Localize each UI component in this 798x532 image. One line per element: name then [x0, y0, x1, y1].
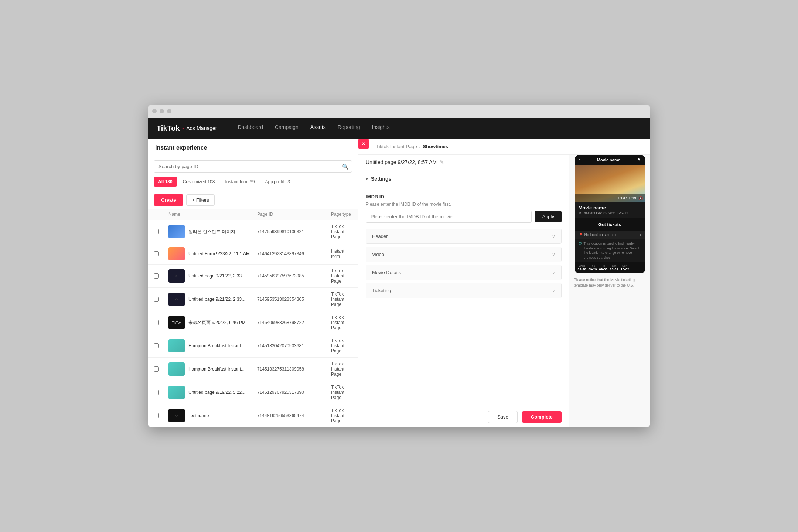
row-name: Untitled page 9/21/22, 2:33... — [188, 273, 245, 279]
tab-customized[interactable]: Customized 108 — [178, 177, 219, 187]
accordion-header: Header ∨ — [366, 229, 562, 244]
row-name: 델리폰 인스턴트 페이지 — [188, 229, 235, 235]
table-row[interactable]: Hampton Breakfast Instant... 71451332753… — [148, 358, 358, 381]
row-name: Test name — [188, 413, 209, 418]
tab-app-profile[interactable]: App profile 3 — [260, 177, 294, 187]
row-name-cell: Hampton Breakfast Instant... — [168, 339, 257, 352]
main-content: Instant experience 🔍 All 180 Customized … — [148, 139, 650, 427]
settings-label: Settings — [371, 176, 391, 182]
nav-dashboard[interactable]: Dashboard — [238, 124, 263, 132]
imdb-input[interactable] — [366, 211, 532, 223]
row-name-cell: Untitled Form 9/23/22, 11:1 AM — [168, 247, 257, 260]
date-day: Thu — [589, 264, 597, 267]
row-name: 未命名页面 9/20/22, 6:46 PM — [188, 320, 246, 326]
nav-campaign[interactable]: Campaign — [275, 124, 299, 132]
date-day: Sat — [610, 264, 618, 267]
apply-button[interactable]: Apply — [535, 211, 562, 222]
row-checkbox[interactable] — [154, 229, 159, 234]
phone-video-overlay: ⏸ 00:03 / 00:19 🔇 — [575, 194, 645, 202]
accordion-title: Movie Details — [372, 270, 401, 275]
row-checkbox[interactable] — [154, 251, 159, 256]
row-thumbnail: ⟳ — [168, 269, 185, 283]
edit-icon[interactable]: ✎ — [440, 159, 444, 165]
nav-insights[interactable]: Insights — [372, 124, 390, 132]
table-row[interactable]: ⟳ Untitled page 9/21/22, 2:33... 7145953… — [148, 288, 358, 311]
breadcrumb-current: Showtimes — [423, 144, 448, 149]
row-name: Untitled page 9/19/22, 5:22... — [188, 390, 245, 395]
location-text: No location selected — [584, 233, 639, 237]
page-title-row: Untitled page 9/27/22, 8:57 AM ✎ — [358, 155, 569, 170]
row-thumbnail — [168, 386, 185, 399]
date-num: 10-01 — [610, 267, 618, 271]
date-item[interactable]: Thu 09-29 — [589, 264, 597, 271]
phone-meta: In Theaters Dec 25, 2021 | PG-13 — [579, 211, 641, 215]
row-pagetype: TikTok Instant Page — [331, 315, 352, 330]
phone-flag-icon: ⚑ — [637, 157, 641, 163]
accordion-header-toggle[interactable]: Header ∨ — [366, 229, 561, 243]
close-button[interactable]: × — [358, 139, 369, 149]
table-row[interactable]: ⟳ Untitled page 9/21/22, 2:33... 7145956… — [148, 265, 358, 288]
progress-fill — [584, 198, 590, 198]
row-checkbox[interactable] — [154, 366, 159, 372]
search-input[interactable] — [154, 160, 352, 173]
row-checkbox[interactable] — [154, 297, 159, 302]
col-pagetype: Page type — [331, 212, 352, 217]
row-pagetype: TikTok Instant Page — [331, 408, 352, 423]
tabs-row: All 180 Customized 108 Instant form 69 A… — [148, 177, 358, 187]
phone-preview: ‹ Movie name ⚑ ⏸ 0 — [575, 155, 645, 273]
table-row[interactable]: Untitled Form 9/23/22, 11:1 AM 714641292… — [148, 243, 358, 265]
sidebar: Instant experience 🔍 All 180 Customized … — [148, 139, 358, 427]
phone-location: 📍 No location selected › — [575, 231, 645, 239]
col-check — [154, 212, 168, 217]
volume-icon: 🔇 — [638, 196, 643, 200]
col-name: Name — [168, 212, 257, 217]
date-item[interactable]: Sun 10-02 — [621, 264, 629, 271]
row-pageid: 7147559899810136321 — [257, 229, 331, 234]
nav-reporting[interactable]: Reporting — [338, 124, 360, 132]
row-thumbnail: TikTok — [168, 316, 185, 329]
row-checkbox[interactable] — [154, 390, 159, 395]
phone-video: ⏸ 00:03 / 00:19 🔇 — [575, 165, 645, 202]
row-pageid: 7145133042070503681 — [257, 343, 331, 348]
table-row[interactable]: ⟳ Test name 7144819256553865474 TikTok I… — [148, 404, 358, 427]
nav-assets[interactable]: Assets — [310, 124, 326, 132]
create-button[interactable]: Create — [154, 194, 183, 206]
date-item[interactable]: Fri 09-30 — [599, 264, 608, 271]
row-name-cell: Untitled page 9/19/22, 5:22... — [168, 386, 257, 399]
row-checkbox[interactable] — [154, 320, 159, 325]
titlebar-dot-red — [152, 109, 157, 113]
table-row[interactable]: Untitled page 9/19/22, 5:22... 714512976… — [148, 381, 358, 404]
settings-toggle[interactable]: ▾ Settings — [366, 176, 562, 182]
row-checkbox[interactable] — [154, 343, 159, 348]
row-checkbox[interactable] — [154, 413, 159, 418]
tab-all[interactable]: All 180 — [154, 177, 177, 187]
table-row[interactable]: Hampton Breakfast Instant... 71451330420… — [148, 334, 358, 358]
row-thumbnail: ⟳ — [168, 293, 185, 306]
phone-dates: Wed 09-28 Thu 09-29 Fri 09-30 — [575, 262, 645, 273]
date-item[interactable]: Sat 10-01 — [610, 264, 618, 271]
row-name-cell: ⟳ Test name — [168, 409, 257, 422]
tab-instant-form[interactable]: Instant form 69 — [221, 177, 259, 187]
date-item[interactable]: Wed 09-28 — [578, 264, 586, 271]
accordion-video-toggle[interactable]: Video ∨ — [366, 247, 561, 262]
row-pageid: 7145133275311309058 — [257, 366, 331, 372]
row-name: Hampton Breakfast Instant... — [188, 366, 245, 372]
date-num: 09-29 — [589, 267, 597, 271]
phone-get-tickets: Get tickets — [575, 218, 645, 231]
accordion-title: Video — [372, 252, 384, 257]
complete-button[interactable]: Complete — [522, 411, 562, 423]
search-box: 🔍 — [154, 160, 352, 173]
accordion-movie-details-toggle[interactable]: Movie Details ∨ — [366, 265, 561, 280]
filter-button[interactable]: + Filters — [186, 194, 215, 206]
row-pagetype: Instant form — [331, 249, 352, 259]
phone-info: Movie name In Theaters Dec 25, 2021 | PG… — [575, 202, 645, 218]
accordion-ticketing: Ticketing ∨ — [366, 283, 562, 298]
table-row[interactable]: ··· 델리폰 인스턴트 페이지 7147559899810136321 Tik… — [148, 220, 358, 243]
row-pageid: 7146412923143897346 — [257, 251, 331, 256]
save-button[interactable]: Save — [488, 411, 518, 423]
accordion-ticketing-toggle[interactable]: Ticketing ∨ — [366, 283, 561, 298]
date-day: Sun — [621, 264, 629, 267]
table-row[interactable]: TikTok 未命名页面 9/20/22, 6:46 PM 7145409983… — [148, 311, 358, 334]
row-pagetype: TikTok Instant Page — [331, 224, 352, 239]
row-checkbox[interactable] — [154, 273, 159, 279]
